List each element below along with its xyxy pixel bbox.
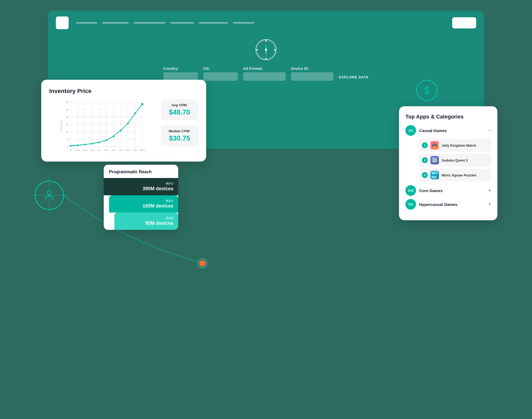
- svg-point-39: [120, 130, 122, 132]
- svg-text:50%: 50%: [104, 149, 109, 151]
- svg-point-37: [106, 139, 107, 141]
- os-label: OS:: [203, 66, 238, 71]
- rank-1st-badge: 1st: [405, 125, 416, 136]
- svg-text:0%: 0%: [69, 149, 72, 151]
- svg-text:CPM in US$: CPM in US$: [60, 120, 63, 132]
- svg-text:15: 15: [66, 123, 68, 126]
- casual-games-category-row[interactable]: 1st Casual Games −: [405, 125, 491, 136]
- svg-text:10: 10: [66, 131, 68, 133]
- median-cpm-box: Median CPM: $30.75: [161, 125, 198, 146]
- app-rank-3: 3: [422, 172, 428, 178]
- compass-icon: N S W E: [254, 38, 278, 62]
- jelly-kingdom-name: Jelly Kingdom Match: [442, 143, 476, 147]
- nav-dash-6: [233, 22, 254, 24]
- ad-format-filter: Ad Format:: [243, 66, 286, 81]
- filter-row: Country: OS: Ad Format: Device ID: EXPLO…: [48, 66, 484, 81]
- core-games-category-row[interactable]: 2nd Core Games +: [405, 185, 491, 196]
- svg-text:40%: 40%: [97, 149, 101, 151]
- orange-dot-marker: [200, 260, 205, 266]
- svg-text:60%: 60%: [111, 149, 116, 151]
- inventory-chart: 30 25 20 15 10 5 0 CPM in US$ 0% 10% 20%…: [49, 99, 156, 153]
- svg-text:30%: 30%: [90, 149, 94, 151]
- word-jigsaw-name: Word Jigsaw Puzzles: [442, 173, 476, 177]
- os-input[interactable]: [203, 72, 238, 81]
- country-label: Country:: [163, 66, 198, 71]
- os-filter: OS:: [203, 66, 238, 81]
- svg-text:0: 0: [67, 146, 68, 148]
- word-jigsaw-icon: WORD: [430, 171, 439, 179]
- hypercasual-games-category-row[interactable]: 3rd Hypercasual Games +: [405, 199, 491, 210]
- ad-format-input[interactable]: [243, 72, 286, 81]
- nav-dash-4: [170, 22, 194, 24]
- svg-text:100%: 100%: [140, 149, 145, 151]
- explore-data-button[interactable]: EXPLORE DATA: [339, 75, 369, 79]
- casual-games-app-list: 1 🎮 Jelly Kingdom Match 2 🔢 Sudoku Quest…: [419, 139, 491, 181]
- avg-cpm-value: $48.70: [166, 108, 193, 116]
- app-row-word: 3 WORD Word Jigsaw Puzzles: [419, 169, 491, 181]
- nav-dash-2: [102, 22, 129, 24]
- svg-point-40: [127, 122, 129, 124]
- svg-text:E: E: [275, 49, 276, 51]
- svg-text:20: 20: [66, 116, 68, 118]
- svg-point-34: [84, 144, 86, 145]
- nav-cta-button[interactable]: [452, 17, 476, 28]
- rank-2nd-badge: 2nd: [405, 185, 416, 196]
- svg-text:80%: 80%: [126, 149, 130, 151]
- mau-value: 390M devices: [109, 186, 173, 192]
- app-row-jelly: 1 🎮 Jelly Kingdom Match: [419, 139, 491, 152]
- app-row-sudoku: 2 🔢 Sudoku Quest 2: [419, 154, 491, 167]
- top-bar: [48, 11, 484, 35]
- mau-bar: MAU 390M devices: [104, 178, 178, 195]
- top-apps-title: Top Apps & Categories: [405, 114, 491, 120]
- nav-links: [76, 22, 447, 24]
- svg-text:20%: 20%: [83, 149, 87, 151]
- jelly-kingdom-icon: 🎮: [430, 141, 439, 150]
- sudoku-quest-name: Sudoku Quest 2: [442, 158, 468, 162]
- nav-dash-1: [76, 22, 97, 24]
- inventory-card-content: 30 25 20 15 10 5 0 CPM in US$ 0% 10% 20%…: [49, 99, 198, 154]
- svg-point-13: [47, 191, 51, 195]
- svg-point-35: [91, 143, 93, 145]
- dau-label: DAU: [119, 216, 173, 220]
- inventory-card-title: Inventory Price: [49, 88, 198, 95]
- svg-point-36: [98, 142, 100, 143]
- hypercasual-games-expand-icon[interactable]: +: [488, 202, 491, 207]
- svg-point-32: [70, 145, 71, 147]
- device-id-label: Device ID:: [291, 66, 334, 71]
- device-id-input[interactable]: [291, 72, 334, 81]
- dau-value: 95M devices: [119, 221, 173, 226]
- device-id-filter: Device ID:: [291, 66, 334, 81]
- country-filter: Country:: [163, 66, 198, 81]
- programmatic-reach-card: Programmatic Reach MAU 390M devices WAU …: [104, 165, 178, 230]
- chart-area: 30 25 20 15 10 5 0 CPM in US$ 0% 10% 20%…: [49, 99, 156, 154]
- hypercasual-games-label: Hypercasual Games: [419, 202, 485, 207]
- top-apps-card: Top Apps & Categories 1st Casual Games −…: [399, 106, 497, 220]
- inventory-price-card: Inventory Price: [41, 80, 206, 162]
- svg-text:10%: 10%: [76, 149, 80, 151]
- dau-bar: DAU 95M devices: [114, 213, 178, 230]
- svg-point-12: [265, 49, 267, 51]
- median-cpm-value: $30.75: [166, 134, 193, 142]
- nav-dash-3: [134, 22, 165, 24]
- svg-point-38: [113, 136, 114, 137]
- svg-point-41: [134, 112, 136, 114]
- casual-games-label: Casual Games: [419, 128, 485, 133]
- svg-text:30: 30: [66, 101, 68, 104]
- core-games-label: Core Games: [419, 188, 485, 193]
- svg-text:W: W: [256, 49, 258, 51]
- svg-text:25: 25: [66, 108, 68, 111]
- wau-label: WAU: [114, 199, 173, 203]
- sudoku-quest-icon: 🔢: [430, 156, 439, 164]
- core-games-expand-icon[interactable]: +: [488, 188, 491, 193]
- wau-value: 165M devices: [114, 203, 173, 209]
- cpm-stats: Avg CPM: $48.70 Median CPM: $30.75: [161, 99, 198, 146]
- target-person-icon: [35, 181, 64, 210]
- svg-text:90%: 90%: [133, 149, 137, 151]
- avg-cpm-label: Avg CPM:: [166, 103, 193, 107]
- compass-area: N S W E: [48, 38, 484, 62]
- ad-format-label: Ad Format:: [243, 66, 286, 71]
- casual-games-collapse-icon[interactable]: −: [488, 128, 491, 133]
- app-rank-1: 1: [422, 142, 428, 148]
- reach-card-title: Programmatic Reach: [104, 165, 178, 178]
- svg-point-42: [141, 103, 143, 105]
